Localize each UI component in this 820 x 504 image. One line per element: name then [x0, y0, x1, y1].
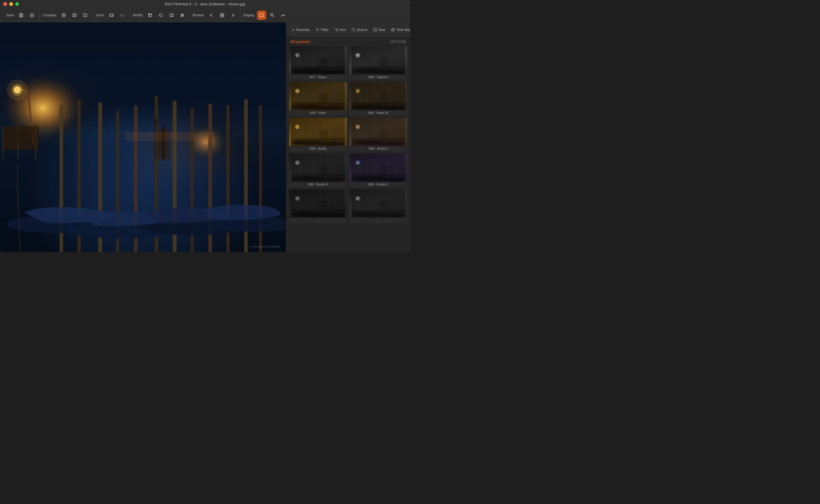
svg-rect-169: [323, 163, 324, 174]
preset-thumbnail-daguerre: [349, 46, 407, 74]
preset-thumbnail-niepce: [289, 46, 347, 74]
preset-label-niepce: 1827 - Niepce: [289, 74, 347, 80]
svg-rect-19: [220, 13, 222, 15]
time-machine-button[interactable]: Time Machine: [389, 26, 410, 33]
svg-rect-209: [351, 210, 405, 218]
svg-rect-20: [223, 13, 224, 15]
svg-point-108: [297, 90, 298, 92]
presets-grid[interactable]: 1827 - Niepce 1838 - Daguerre: [286, 45, 410, 252]
sort-button[interactable]: Sort: [332, 26, 348, 33]
flip-button[interactable]: [167, 11, 176, 20]
sort-icon: [334, 28, 338, 32]
svg-rect-57: [162, 125, 164, 160]
svg-point-16: [181, 14, 182, 15]
svg-rect-35: [3, 126, 39, 150]
display-group: Display: [241, 8, 290, 22]
photo-container: © JENS SCHLENKER: [0, 23, 286, 252]
zoom-1to1-button[interactable]: 1:1: [118, 11, 127, 20]
svg-point-178: [357, 162, 358, 163]
zoom-group: Zoom 1:1: [93, 8, 130, 22]
compare-alt-button[interactable]: [81, 11, 90, 20]
right-panel: ★ Favorites Filter Sort: [286, 23, 410, 252]
browse-back-button[interactable]: [207, 11, 216, 20]
preset-item-nadar[interactable]: 1856 - Nadar: [289, 82, 347, 116]
minimize-button[interactable]: [9, 2, 13, 6]
preset-item-partial2[interactable]: ...: [349, 189, 407, 223]
new-button[interactable]: New: [371, 26, 387, 33]
svg-point-150: [357, 126, 358, 128]
save-label: Save: [6, 13, 14, 17]
display-histogram-button[interactable]: [279, 11, 288, 20]
svg-rect-113: [323, 92, 324, 102]
export-button[interactable]: [27, 11, 36, 20]
svg-rect-2: [20, 15, 23, 17]
title-bar: DxO FilmPack 6 - 3 - Jens Schlenker - Ve…: [0, 0, 410, 8]
all-presets-title: All presets: [290, 39, 310, 44]
preset-label-partial1: ...: [289, 218, 347, 223]
compare-view-button[interactable]: [59, 11, 68, 20]
browse-label: Browse: [193, 13, 204, 17]
zoom-label: Zoom: [96, 13, 104, 17]
preset-label-bonfils-ii: 1860 - Bonfils II: [349, 146, 407, 151]
preset-label-nadar-sp: 1856 - Nadar SP: [349, 110, 407, 116]
browse-forward-button[interactable]: [228, 11, 237, 20]
browse-grid-button[interactable]: [218, 11, 227, 20]
svg-rect-127: [383, 92, 384, 102]
display-single-button[interactable]: [257, 11, 266, 20]
display-zoom-button[interactable]: [268, 11, 277, 20]
filter-button[interactable]: Filter: [313, 26, 331, 33]
traffic-lights[interactable]: [3, 2, 19, 6]
svg-rect-195: [291, 210, 345, 218]
new-icon: [373, 28, 377, 32]
svg-rect-167: [291, 174, 345, 182]
preset-thumbnail-partial2: [349, 189, 407, 218]
svg-rect-139: [291, 138, 345, 146]
preset-item-daguerre[interactable]: 1838 - Daguerre: [349, 46, 407, 80]
svg-rect-141: [323, 128, 324, 138]
svg-point-5: [63, 14, 64, 16]
svg-rect-125: [351, 102, 405, 110]
preset-label-daguerre: 1838 - Daguerre: [349, 74, 407, 80]
crop-button[interactable]: [145, 11, 155, 20]
svg-point-17: [182, 15, 184, 16]
favorites-button[interactable]: ★ Favorites: [290, 26, 312, 33]
save-button[interactable]: [17, 11, 26, 20]
presets-count: 226 of 226: [390, 40, 406, 44]
svg-rect-181: [351, 174, 405, 182]
zoom-fit-button[interactable]: [107, 11, 116, 20]
svg-line-67: [354, 30, 355, 32]
save-group: Save: [3, 8, 39, 22]
svg-point-206: [357, 198, 358, 199]
close-button[interactable]: [3, 2, 7, 6]
preset-item-niepce[interactable]: 1827 - Niepce: [289, 46, 347, 80]
main-toolbar: Save Compare: [0, 8, 410, 23]
before-after-button[interactable]: [70, 11, 79, 20]
photo-area[interactable]: © JENS SCHLENKER: [0, 23, 286, 252]
adjust-button[interactable]: [178, 11, 187, 20]
preset-label-partial2: ...: [349, 218, 407, 223]
svg-rect-21: [220, 15, 222, 17]
preset-label-nadar: 1856 - Nadar: [289, 110, 347, 116]
search-button[interactable]: Search: [349, 26, 370, 33]
svg-rect-7: [75, 14, 76, 17]
preset-thumbnail-bonfils: [289, 118, 347, 146]
main-content: © JENS SCHLENKER ★ Favorites Filter: [0, 23, 410, 252]
preset-item-bonfils-iv[interactable]: 1860 - Bonfils IV: [349, 154, 407, 187]
preset-thumbnail-bonfils-iii: [289, 154, 347, 182]
compare-group: Compare: [39, 8, 92, 22]
svg-point-192: [297, 198, 298, 199]
preset-item-partial1[interactable]: ...: [289, 189, 347, 223]
rotate-button[interactable]: [156, 11, 165, 20]
svg-rect-85: [323, 56, 324, 67]
preset-thumbnail-bonfils-iv: [349, 154, 407, 182]
preset-item-bonfils-ii[interactable]: 1860 - Bonfils II: [349, 118, 407, 151]
svg-rect-0: [20, 13, 23, 17]
preset-item-bonfils-iii[interactable]: 1860 - Bonfils III: [289, 154, 347, 187]
preset-item-bonfils[interactable]: 1860 - Bonfils: [289, 118, 347, 151]
svg-point-66: [352, 28, 354, 31]
preset-item-nadar-sp[interactable]: 1856 - Nadar SP: [349, 82, 407, 116]
fullscreen-button[interactable]: [15, 2, 19, 6]
svg-point-164: [297, 162, 298, 163]
modify-label: Modify: [133, 13, 142, 17]
preset-thumbnail-nadar: [289, 82, 347, 110]
